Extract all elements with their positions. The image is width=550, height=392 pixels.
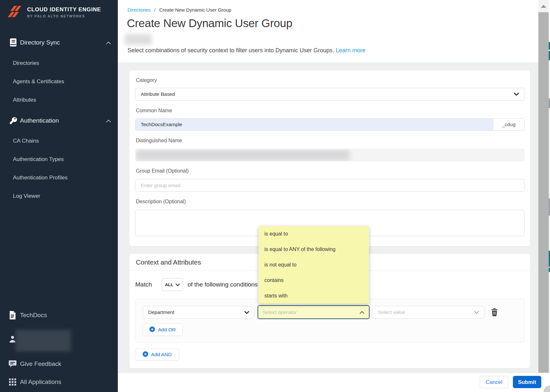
attribute-select[interactable]: Department [143,306,255,319]
brand-logo: CLOUD IDENTITY ENGINE BY PALO ALTO NETWO… [8,6,101,19]
sidebar-item-agents-certificates[interactable]: Agents & Certificates [0,75,118,88]
sidebar-user[interactable] [0,332,118,355]
context-attributes-title: Context and Attributes [136,258,201,266]
redacted-username [15,330,71,352]
match-select[interactable]: ALL [162,278,183,291]
group-email-label: Group Email (Optional) [136,168,189,174]
sidebar-item-log-viewer[interactable]: Log Viewer [0,190,118,203]
breadcrumb-link-directories[interactable]: Directories [127,7,151,13]
cancel-button[interactable]: Cancel [480,376,508,388]
sidebar-item-authentication-profiles[interactable]: Authentication Profiles [0,171,118,184]
add-and-button[interactable]: Add AND [135,348,179,361]
group-details-card: Category Attribute Based Common Name Tec… [129,70,530,246]
delete-condition-button[interactable] [491,308,498,317]
chevron-down-icon [474,309,479,315]
redacted-distinguished-name [136,150,350,160]
description-label: Description (Optional) [136,199,186,205]
sidebar-section-label: Authentication [20,117,59,124]
chevron-up-icon [360,309,364,315]
feedback-bubble-icon [8,360,17,368]
chevron-up-icon [106,40,111,45]
palo-alto-logo-icon [8,6,23,19]
breadcrumb-current: Create New Dynamic User Group [159,7,231,13]
match-suffix-text: of the following conditions [188,281,258,288]
group-email-input[interactable]: Enter group email [141,183,180,188]
match-label: Match [135,281,152,288]
operator-option-contains[interactable]: contains [259,273,369,288]
page-header: Directories / Create New Dynamic User Gr… [118,0,550,62]
group-email-field: Enter group email [135,179,525,192]
distinguished-name-input [135,149,525,161]
page-title: Create New Dynamic User Group [127,17,292,30]
sidebar-section-authentication[interactable]: Authentication [0,114,118,128]
breadcrumb: Directories / Create New Dynamic User Gr… [127,7,231,13]
common-name-group: TechDocsExample _cdug [135,118,525,131]
scrollbar-up-arrow[interactable] [538,0,549,12]
brand-title: CLOUD IDENTITY ENGINE [27,6,101,13]
redacted-text [125,34,152,45]
plus-circle-icon [149,327,155,333]
common-name-suffix: _cdug [493,119,524,130]
add-or-button[interactable]: Add OR [143,324,183,336]
vertical-scrollbar[interactable] [538,0,549,373]
breadcrumb-separator: / [154,7,156,13]
sidebar-item-authentication-types[interactable]: Authentication Types [0,153,118,166]
trash-icon [491,308,498,316]
book-icon [9,38,17,47]
category-label: Category [136,77,157,83]
page-description: Select combinations of security context … [127,47,365,54]
scrollbar-thumb[interactable] [538,12,549,373]
sidebar: CLOUD IDENTITY ENGINE BY PALO ALTO NETWO… [0,0,118,392]
grid-icon [8,378,17,386]
main-content: Directories / Create New Dynamic User Gr… [118,0,550,392]
condition-group: Department Select operator Select value [135,299,525,343]
submit-button[interactable]: Submit [513,376,541,388]
common-name-label: Common Name [136,108,172,114]
distinguished-name-label: Distinguished Name [136,138,182,144]
category-select[interactable]: Attribute Based [135,88,525,101]
brand-subtitle: BY PALO ALTO NETWORKS [27,14,101,18]
learn-more-link[interactable]: Learn more [336,47,365,54]
document-icon [8,311,17,319]
operator-option-is-equal-to[interactable]: is equal to [259,226,369,242]
sidebar-item-ca-chains[interactable]: CA Chains [0,135,118,147]
value-select[interactable]: Select value [372,306,484,319]
operator-option-starts-with[interactable]: starts with [259,288,369,304]
sidebar-section-label: Directory Sync [20,39,60,46]
key-icon [9,117,17,125]
chevron-up-icon [106,118,111,124]
sidebar-item-directories[interactable]: Directories [0,57,118,70]
operator-option-is-equal-to-any[interactable]: is equal to ANY of the following [259,242,369,257]
sidebar-item-all-applications[interactable]: All Applications [0,375,118,389]
chevron-down-icon [514,91,519,97]
screen-edge-fragments [549,0,550,392]
sidebar-item-attributes[interactable]: Attributes [0,94,118,106]
footer-action-bar: Cancel Submit [118,373,550,392]
sidebar-section-directory-sync[interactable]: Directory Sync [0,35,118,50]
operator-dropdown: is equal to is equal to ANY of the follo… [259,226,369,304]
operator-select[interactable]: Select operator [258,305,370,319]
common-name-input[interactable]: TechDocsExample [136,119,493,130]
chevron-down-icon [244,309,249,315]
sidebar-item-give-feedback[interactable]: Give Feedback [0,357,118,371]
sidebar-item-techdocs[interactable]: TechDocs [0,308,118,322]
operator-option-is-not-equal-to[interactable]: is not equal to [259,257,369,273]
chevron-down-icon [176,282,180,287]
plus-circle-icon [143,351,148,358]
